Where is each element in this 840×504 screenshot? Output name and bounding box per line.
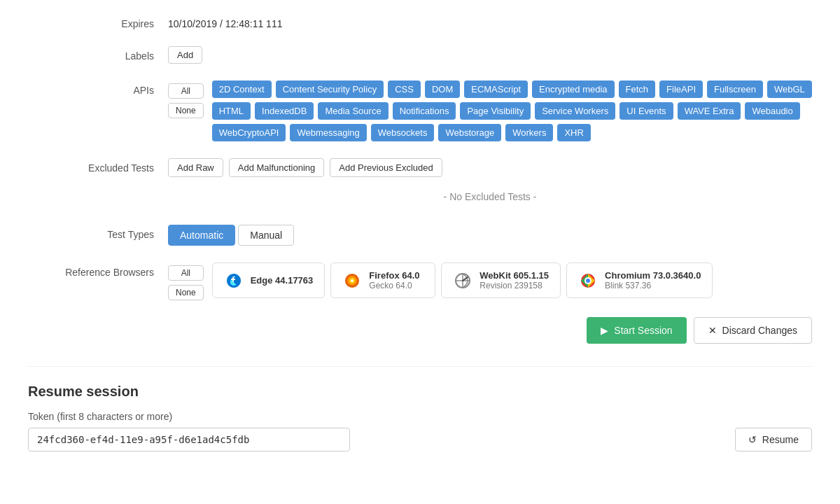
api-tag[interactable]: Page Visibility xyxy=(460,102,531,120)
labels-label: Labels xyxy=(28,46,168,62)
browsers-all-button[interactable]: All xyxy=(168,265,204,281)
apis-label: APIs xyxy=(28,80,168,96)
add-malfunctioning-button[interactable]: Add Malfunctioning xyxy=(229,158,325,177)
webkit-info: WebKit 605.1.15Revision 239158 xyxy=(479,270,549,290)
api-tag[interactable]: WebCryptoAPI xyxy=(212,124,286,141)
api-tag[interactable]: XHR xyxy=(557,124,590,141)
api-tags-container: 2D ContextContent Security PolicyCSSDOME… xyxy=(212,80,812,141)
expires-value: 10/10/2019 / 12:48:11 111 xyxy=(168,14,812,29)
play-icon: ▶ xyxy=(601,325,608,336)
browser-card-webkit[interactable]: WebKit 605.1.15Revision 239158 xyxy=(441,262,561,298)
api-tag[interactable]: Workers xyxy=(505,124,553,141)
api-tag[interactable]: Fetch xyxy=(619,80,656,98)
chromium-sub: Blink 537.36 xyxy=(605,281,701,290)
api-tag[interactable]: Webstorage xyxy=(438,124,501,141)
resume-button[interactable]: ↺ Resume xyxy=(735,428,812,451)
token-input[interactable] xyxy=(28,428,350,451)
api-tag[interactable]: Webmessaging xyxy=(290,124,366,141)
test-types-label: Test Types xyxy=(28,225,168,240)
resume-icon: ↺ xyxy=(748,434,757,445)
firefox-sub: Gecko 64.0 xyxy=(369,281,419,290)
api-tag[interactable]: DOM xyxy=(425,80,460,98)
api-tag[interactable]: WAVE Extra xyxy=(678,102,741,120)
apis-all-button[interactable]: All xyxy=(168,83,204,99)
api-tag[interactable]: IndexedDB xyxy=(255,102,314,120)
test-types-group: AutomaticManual xyxy=(168,225,812,246)
api-tag[interactable]: Notifications xyxy=(393,102,456,120)
resume-title: Resume session xyxy=(28,384,812,400)
edge-name: Edge 44.17763 xyxy=(251,275,314,286)
webkit-name: WebKit 605.1.15 xyxy=(479,270,549,281)
reference-browsers-label: Reference Browsers xyxy=(28,262,168,278)
edge-info: Edge 44.17763 xyxy=(251,275,314,286)
start-session-label: Start Session xyxy=(614,325,672,336)
api-tag[interactable]: UI Events xyxy=(620,102,673,120)
add-previous-excluded-button[interactable]: Add Previous Excluded xyxy=(330,158,442,177)
api-tag[interactable]: ECMAScript xyxy=(464,80,528,98)
svg-point-10 xyxy=(586,279,590,283)
apis-none-button[interactable]: None xyxy=(168,103,204,118)
webkit-sub: Revision 239158 xyxy=(479,281,549,290)
api-tag[interactable]: Service Workers xyxy=(535,102,615,120)
test-type-manual-button[interactable]: Manual xyxy=(238,225,294,246)
firefox-name: Firefox 64.0 xyxy=(369,270,419,281)
firefox-info: Firefox 64.0Gecko 64.0 xyxy=(369,270,419,290)
api-tag[interactable]: Webaudio xyxy=(745,102,799,120)
browser-cards-container: Edge 44.17763 Firefox 64.0Gecko 64.0 Web… xyxy=(212,262,713,298)
browser-card-chromium[interactable]: Chromium 73.0.3640.0Blink 537.36 xyxy=(566,262,713,298)
browser-card-firefox[interactable]: Firefox 64.0Gecko 64.0 xyxy=(330,262,435,298)
resume-label: Resume xyxy=(762,434,799,445)
firefox-icon xyxy=(342,271,362,290)
chromium-name: Chromium 73.0.3640.0 xyxy=(605,270,701,281)
api-tag[interactable]: Encrypted media xyxy=(532,80,615,98)
browsers-none-button[interactable]: None xyxy=(168,285,204,300)
add-raw-button[interactable]: Add Raw xyxy=(168,158,223,177)
discard-changes-button[interactable]: ✕ Discard Changes xyxy=(694,317,812,344)
api-tag[interactable]: CSS xyxy=(388,80,421,98)
no-excluded-message: - No Excluded Tests - xyxy=(168,186,812,208)
token-label: Token (first 8 characters or more) xyxy=(28,411,812,422)
api-tag[interactable]: Content Security Policy xyxy=(276,80,384,98)
start-session-button[interactable]: ▶ Start Session xyxy=(587,317,686,344)
api-tag[interactable]: HTML xyxy=(212,102,251,120)
api-tag[interactable]: Fullscreen xyxy=(707,80,763,98)
edge-icon xyxy=(224,271,244,290)
webkit-icon xyxy=(453,271,472,290)
excluded-tests-label: Excluded Tests xyxy=(28,158,168,174)
browser-card-edge[interactable]: Edge 44.17763 xyxy=(212,262,326,298)
api-tag[interactable]: Media Source xyxy=(318,102,388,120)
api-tag[interactable]: FileAPI xyxy=(659,80,703,98)
api-tag[interactable]: 2D Context xyxy=(212,80,272,98)
test-type-automatic-button[interactable]: Automatic xyxy=(168,225,235,246)
api-tag[interactable]: Websockets xyxy=(371,124,435,141)
expires-label: Expires xyxy=(28,14,168,29)
discard-label: Discard Changes xyxy=(722,325,797,336)
api-tag[interactable]: WebGL xyxy=(767,80,812,98)
chromium-info: Chromium 73.0.3640.0Blink 537.36 xyxy=(605,270,701,290)
close-icon: ✕ xyxy=(708,325,717,336)
add-label-button[interactable]: Add xyxy=(168,46,202,64)
chromium-icon xyxy=(578,271,598,290)
svg-point-3 xyxy=(351,279,354,282)
